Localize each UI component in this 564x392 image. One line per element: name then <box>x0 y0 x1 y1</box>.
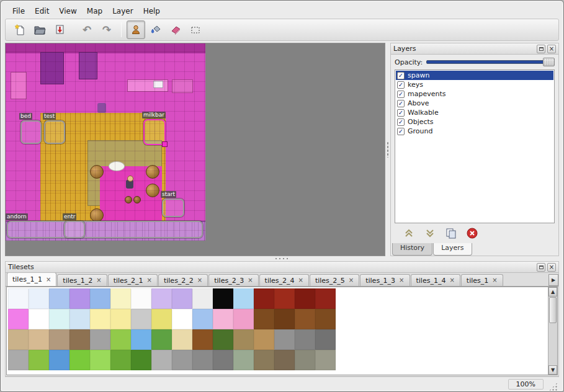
layer-visibility-checkbox[interactable]: ✓ <box>397 118 405 126</box>
layer-visibility-checkbox[interactable]: ✓ <box>397 81 405 89</box>
tileset-tile[interactable] <box>29 329 49 350</box>
tileset-tile[interactable] <box>254 329 274 350</box>
lower-layer-button[interactable] <box>423 226 437 240</box>
tileset-tile[interactable] <box>233 329 254 350</box>
layer-row-mapevents[interactable]: ✓mapevents <box>396 89 553 99</box>
tileset-tile[interactable] <box>49 350 69 370</box>
map-object-start[interactable] <box>162 198 184 217</box>
tileset-tile[interactable] <box>90 288 110 309</box>
tileset-tile[interactable] <box>49 329 69 350</box>
select-tool-button[interactable] <box>186 20 205 39</box>
delete-layer-button[interactable] <box>465 226 479 240</box>
tileset-tile[interactable] <box>110 309 131 329</box>
tileset-scrollbar[interactable]: ▲ ▼ <box>548 287 557 375</box>
close-tab-icon[interactable]: × <box>96 277 101 283</box>
tileset-tile[interactable] <box>315 309 336 329</box>
tileset-tab-tiles_1_4[interactable]: tiles_1_4× <box>411 274 460 286</box>
layer-row-keys[interactable]: ✓keys <box>396 80 553 89</box>
tileset-tile[interactable] <box>131 329 151 350</box>
layer-row-walkable[interactable]: ✓Walkable <box>396 108 553 117</box>
map-canvas[interactable]: bedtestmilkbarstartandornentr <box>6 43 205 241</box>
tileset-tile[interactable] <box>8 288 29 309</box>
close-tab-icon[interactable]: × <box>298 277 303 283</box>
tileset-tile[interactable] <box>274 309 295 329</box>
map-view[interactable]: bedtestmilkbarstartandornentr <box>5 43 385 256</box>
menu-layer[interactable]: Layer <box>107 6 138 17</box>
tileset-tile[interactable] <box>172 309 192 329</box>
tileset-tile[interactable] <box>8 350 29 370</box>
map-object-andorn[interactable] <box>7 221 203 238</box>
tileset-tile[interactable] <box>110 329 131 350</box>
tileset-tile[interactable] <box>295 288 315 309</box>
tileset-tile[interactable] <box>233 288 254 309</box>
layer-row-above[interactable]: ✓Above <box>396 99 553 108</box>
tileset-tab-tiles_2_5[interactable]: tiles_2_5× <box>310 274 359 286</box>
tileset-tile[interactable] <box>315 350 336 370</box>
close-panel-button[interactable]: × <box>547 263 556 272</box>
tileset-tile[interactable] <box>110 288 131 309</box>
undo-button[interactable]: ↶ <box>78 20 96 39</box>
close-tab-icon[interactable]: × <box>492 277 497 283</box>
tileset-tile[interactable] <box>151 288 172 309</box>
tileset-tile[interactable] <box>172 288 192 309</box>
tileset-tile[interactable] <box>172 329 192 350</box>
new-file-button[interactable] <box>11 20 29 39</box>
map-object-entr[interactable] <box>64 221 85 238</box>
menu-view[interactable]: View <box>54 6 81 17</box>
menu-map[interactable]: Map <box>82 6 107 17</box>
scrollbar-thumb[interactable] <box>549 297 557 323</box>
close-panel-button[interactable]: × <box>547 45 556 53</box>
vertical-splitter[interactable] <box>385 43 390 256</box>
tileset-tile[interactable] <box>110 350 131 370</box>
tileset-tile[interactable] <box>315 288 336 309</box>
tileset-tile[interactable] <box>151 309 172 329</box>
tileset-tile[interactable] <box>49 288 69 309</box>
close-tab-icon[interactable]: × <box>197 277 202 283</box>
tileset-tab-tiles_2_4[interactable]: tiles_2_4× <box>259 274 309 286</box>
tileset-tile[interactable] <box>295 350 315 370</box>
tileset-tile[interactable] <box>233 350 254 370</box>
scroll-up-button[interactable]: ▲ <box>548 287 557 296</box>
map-object-milkbar[interactable] <box>143 119 166 145</box>
tileset-tile[interactable] <box>69 288 90 309</box>
close-tab-icon[interactable]: × <box>349 277 354 283</box>
tileset-tile[interactable] <box>69 309 90 329</box>
resize-grip[interactable] <box>548 382 558 391</box>
layer-visibility-checkbox[interactable]: ✓ <box>397 109 405 117</box>
scroll-tabs-right-button[interactable]: ▶ <box>548 274 558 286</box>
tileset-tile[interactable] <box>131 288 151 309</box>
layer-row-objects[interactable]: ✓Objects <box>396 117 553 127</box>
tileset-tile[interactable] <box>131 350 151 370</box>
tileset-tile[interactable] <box>49 309 69 329</box>
layer-row-spawn[interactable]: ✓spawn <box>396 71 553 80</box>
close-tab-icon[interactable]: × <box>147 277 152 283</box>
float-panel-button[interactable] <box>537 45 545 53</box>
tileset-tile[interactable] <box>213 288 233 309</box>
tileset-tile[interactable] <box>315 329 336 350</box>
stamp-tool-button[interactable] <box>127 20 145 39</box>
tileset-tile[interactable] <box>213 350 233 370</box>
eraser-tool-button[interactable] <box>166 20 185 39</box>
tileset-tile[interactable] <box>274 329 295 350</box>
tileset-tile[interactable] <box>69 329 90 350</box>
tileset-tile[interactable] <box>29 309 49 329</box>
tileset-tile[interactable] <box>254 350 274 370</box>
tileset-tile[interactable] <box>274 350 295 370</box>
close-tab-icon[interactable]: × <box>248 277 253 283</box>
tileset-tile[interactable] <box>192 329 213 350</box>
tileset-tile[interactable] <box>274 288 295 309</box>
tileset-tile[interactable] <box>295 309 315 329</box>
scrollbar-track[interactable] <box>548 324 557 365</box>
opacity-slider-handle[interactable] <box>543 58 555 66</box>
layer-visibility-checkbox[interactable]: ✓ <box>397 128 405 135</box>
tileset-tab-tiles_1_2[interactable]: tiles_1_2× <box>57 274 107 286</box>
horizontal-splitter[interactable] <box>5 256 559 261</box>
open-file-button[interactable] <box>30 20 49 39</box>
scroll-down-button[interactable]: ▼ <box>548 365 557 375</box>
tileset-tile[interactable] <box>8 329 29 350</box>
tileset-tile[interactable] <box>151 350 172 370</box>
close-tab-icon[interactable]: × <box>46 277 51 283</box>
tileset-tile[interactable] <box>254 309 274 329</box>
map-object-test[interactable] <box>44 120 65 144</box>
tileset-tile[interactable] <box>233 309 254 329</box>
